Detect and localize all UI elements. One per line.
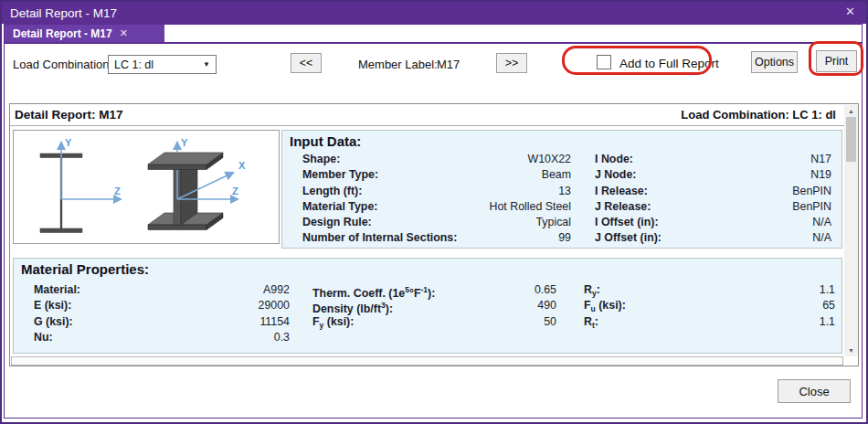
property-row: I Node:N17 [595, 152, 831, 167]
property-label: Rt: [584, 314, 598, 330]
property-value: 0.3 [274, 330, 290, 345]
material-col-3: Ry:1.1Fu (ksi):65Rt:1.1 [584, 282, 835, 330]
property-value: 50 [544, 314, 556, 330]
property-row: Member Type:Beam [302, 167, 571, 183]
material-col-2: Therm. Coeff. (1e5°F-1):0.65Density (lb/… [312, 282, 556, 330]
tab-detail-report[interactable]: Detail Report - M17 ✕ [5, 25, 164, 42]
property-value: 11154 [259, 314, 290, 330]
options-button[interactable]: Options [751, 51, 798, 73]
window-title: Detail Report - M17 [2, 6, 117, 20]
property-label: Fu (ksi): [584, 298, 626, 313]
property-label: Member Type: [302, 167, 378, 183]
property-row: Shape:W10X22 [302, 152, 571, 167]
property-label: Length (ft): [302, 184, 362, 199]
member-label: Member Label: [358, 58, 438, 71]
property-row: Rt:1.1 [584, 314, 835, 330]
material-col-1: Material:A992E (ksi):29000G (ksi):11154N… [34, 282, 290, 345]
property-label: Ry: [584, 282, 600, 298]
input-data-section: Input Data: Shape:W10X22Member Type:Beam… [281, 130, 842, 249]
property-value: BenPIN [792, 184, 831, 199]
property-label: Therm. Coeff. (1e5°F-1): [312, 282, 435, 298]
property-value: 1.1 [820, 314, 835, 330]
property-row: I Offset (in):N/A [595, 215, 831, 230]
report-title: Detail Report: M17 [15, 104, 123, 126]
input-data-right-column: I Node:N17J Node:N19I Release:BenPINJ Re… [595, 152, 831, 247]
property-row: I Release:BenPIN [595, 184, 831, 199]
load-combination-label: Load Combination: [13, 58, 112, 71]
tab-close-icon[interactable]: ✕ [120, 27, 128, 39]
property-label: I Release: [595, 184, 648, 199]
close-button[interactable]: Close [778, 379, 851, 403]
input-data-left-column: Shape:W10X22Member Type:BeamLength (ft):… [302, 152, 571, 247]
load-combination-select[interactable]: LC 1: dl ▼ [108, 55, 217, 74]
section-3d: Y X Z [148, 137, 246, 230]
property-row: J Release:BenPIN [595, 199, 831, 215]
property-label: I Offset (in): [595, 215, 659, 230]
property-value: 0.65 [535, 282, 556, 298]
property-label: Material Type: [302, 199, 377, 215]
property-row: Density (lb/ft3):490 [312, 298, 556, 313]
next-member-button[interactable]: >> [496, 53, 527, 73]
property-value: 13 [558, 184, 571, 199]
property-label: I Node: [595, 152, 633, 167]
property-row: Fu (ksi):65 [584, 298, 835, 313]
property-row: Design Rule:Typical [302, 215, 571, 230]
property-row: Number of Internal Sections:99 [302, 230, 571, 246]
axis-z-label-2d: Z [114, 186, 121, 196]
property-label: Shape: [302, 152, 340, 167]
property-row: Fy (ksi):50 [312, 314, 556, 330]
window-close-icon[interactable]: ✕ [845, 5, 855, 18]
section-2d: Y Z [40, 137, 121, 233]
property-label: Number of Internal Sections: [302, 230, 457, 246]
property-row: J Node:N19 [595, 167, 831, 183]
property-label: G (ksi): [34, 314, 73, 330]
property-label: J Node: [595, 167, 636, 183]
vertical-scrollbar-thumb[interactable] [846, 117, 856, 162]
property-label: Nu: [34, 330, 53, 345]
previous-member-button[interactable]: << [291, 53, 322, 73]
material-properties-section: Material Properties: Material:A992E (ksi… [13, 258, 842, 354]
axis-z-label-3d: Z [232, 186, 238, 196]
horizontal-scrollbar[interactable] [11, 356, 843, 366]
property-value: N17 [810, 152, 831, 167]
property-label: Fy (ksi): [312, 314, 354, 330]
property-value: 490 [537, 298, 556, 313]
add-to-full-report-checkbox[interactable] [597, 55, 611, 69]
property-value: BenPIN [792, 199, 831, 215]
section-diagram: Y Z [14, 131, 279, 243]
property-row: Ry:1.1 [584, 282, 835, 298]
vertical-scrollbar[interactable]: ▲ ▼ [844, 105, 858, 356]
property-label: J Offset (in): [595, 230, 662, 246]
property-row: Material:A992 [34, 282, 290, 298]
scroll-up-icon[interactable]: ▲ [844, 105, 858, 117]
tab-label: Detail Report - M17 [13, 27, 112, 40]
property-row: J Offset (in):N/A [595, 230, 831, 246]
report-load-combination: Load Combination: LC 1: dl [681, 104, 836, 126]
window-titlebar: Detail Report - M17 ✕ [2, 2, 866, 24]
property-value: W10X22 [527, 152, 571, 167]
member-value: M17 [437, 58, 460, 71]
report-header: Detail Report: M17 Load Combination: LC … [10, 104, 858, 126]
axis-y-label-2d: Y [65, 137, 72, 148]
property-label: Material: [34, 282, 80, 298]
property-value: 1.1 [820, 282, 835, 298]
print-button[interactable]: Print [816, 50, 857, 72]
scroll-down-icon[interactable]: ▼ [844, 344, 858, 356]
property-value: Typical [535, 215, 571, 230]
material-properties-title: Material Properties: [21, 261, 149, 277]
add-to-full-report-label[interactable]: Add to Full Report [619, 57, 719, 70]
property-row: E (ksi):29000 [34, 298, 290, 313]
detail-report-window: Detail Report - M17 ✕ Detail Report - M1… [0, 0, 868, 424]
property-row: G (ksi):11154 [34, 314, 290, 330]
property-row: Nu:0.3 [34, 330, 290, 345]
property-value: A992 [263, 282, 290, 298]
property-value: N19 [810, 167, 831, 183]
chevron-down-icon: ▼ [203, 60, 210, 69]
window-client-area: Detail Report - M17 ✕ Load Combination: … [4, 24, 863, 419]
property-value: Hot Rolled Steel [489, 199, 571, 215]
property-value: Beam [542, 167, 571, 183]
axis-x-label-3d: X [238, 160, 246, 171]
input-data-title: Input Data: [290, 133, 361, 149]
property-value: 99 [558, 230, 571, 246]
property-value: N/A [812, 215, 831, 230]
